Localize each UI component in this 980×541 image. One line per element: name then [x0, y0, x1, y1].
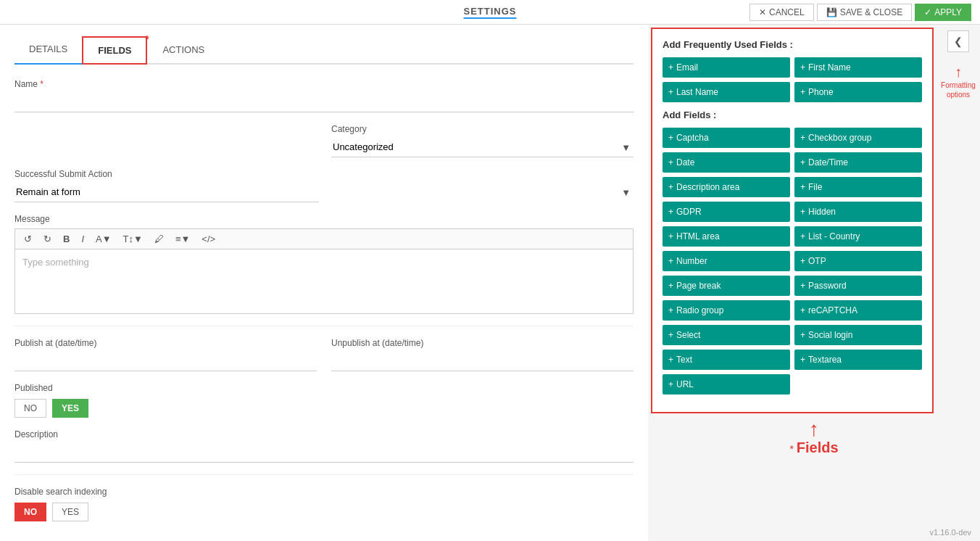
tab-fields[interactable]: FIELDS * [82, 36, 147, 65]
fields-label-row: * Fields [789, 439, 838, 456]
tab-actions[interactable]: ACTIONS [147, 36, 220, 65]
category-chevron-icon: ▼ [621, 142, 631, 153]
plus-icon: + [668, 379, 673, 389]
header-actions: ✕ CANCEL 💾 SAVE & CLOSE ✓ APPLY [749, 4, 971, 21]
plus-icon: + [668, 281, 673, 291]
search-indexing-section: Disable search indexing NO YES [14, 487, 634, 521]
divider-2 [14, 474, 634, 475]
header: SETTINGS ✕ CANCEL 💾 SAVE & CLOSE ✓ APPLY [0, 0, 980, 25]
undo-button[interactable]: ↺ [21, 232, 35, 246]
field-btn-select[interactable]: + Select [663, 325, 790, 345]
plus-icon: + [668, 305, 673, 315]
published-yes-button[interactable]: YES [52, 399, 88, 418]
plus-icon: + [668, 157, 673, 168]
description-label: Description [14, 429, 634, 439]
align-button[interactable]: ≡▼ [173, 232, 193, 246]
message-label: Message [14, 214, 634, 224]
field-btn-otp[interactable]: + OTP [794, 251, 922, 271]
font-size-button[interactable]: T↕▼ [120, 232, 146, 246]
editor-toolbar: ↺ ↻ B I A▼ T↕▼ 🖊 ≡▼ </> [14, 228, 634, 249]
field-btn-recaptcha[interactable]: + reCAPTCHA [794, 300, 922, 321]
search-indexing-toggle: NO YES [14, 503, 634, 521]
redo-button[interactable]: ↻ [41, 232, 54, 246]
publish-at-input[interactable] [14, 351, 317, 371]
right-panel: Add Frequently Used Fields : + Email + F… [651, 28, 934, 413]
left-panel: DETAILS FIELDS * ACTIONS Name * Ca [0, 25, 648, 541]
plus-icon: + [668, 182, 673, 192]
field-btn-list-country[interactable]: + List - Country [794, 226, 922, 247]
search-indexing-no-button[interactable]: NO [14, 503, 46, 521]
field-btn-captcha[interactable]: + Captcha [663, 128, 790, 148]
field-btn-lastname[interactable]: + Last Name [663, 82, 790, 102]
font-color-button[interactable]: A▼ [93, 232, 115, 246]
search-indexing-label: Disable search indexing [14, 487, 634, 497]
unpublish-at-input[interactable] [331, 351, 634, 371]
field-btn-url[interactable]: + URL [663, 374, 790, 395]
check-icon: ✓ [924, 7, 931, 17]
field-btn-datetime[interactable]: + Date/Time [794, 152, 922, 173]
submit-action-wrapper: Remain at form ▼ [14, 182, 634, 202]
field-btn-html-area[interactable]: + HTML area [663, 226, 790, 247]
text-color-button[interactable]: 🖊 [151, 232, 167, 246]
italic-button[interactable]: I [78, 232, 87, 246]
right-wrapper: Add Frequently Used Fields : + Email + F… [648, 25, 980, 541]
formatting-options-area: ↑ Formatting options [937, 64, 980, 99]
plus-icon: + [800, 87, 805, 97]
name-label: Name * [14, 79, 634, 89]
message-section: Message ↺ ↻ B I A▼ T↕▼ 🖊 ≡▼ </> Type som… [14, 214, 634, 314]
plus-icon: + [800, 182, 805, 192]
category-select-wrapper: Uncategorized ▼ [331, 137, 634, 157]
search-indexing-yes-button[interactable]: YES [52, 503, 88, 521]
published-section: Published NO YES [14, 383, 634, 418]
tab-details[interactable]: DETAILS [14, 36, 82, 65]
submit-action-chevron-icon: ▼ [621, 187, 631, 198]
field-btn-gdpr[interactable]: + GDPR [663, 202, 790, 222]
unpublish-at-col: Unpublish at (date/time) [331, 338, 634, 371]
cancel-x-icon: ✕ [759, 7, 766, 17]
version-label: v1.16.0-dev [930, 528, 971, 537]
field-btn-description-area[interactable]: + Description area [663, 177, 790, 197]
field-btn-social-login[interactable]: + Social login [794, 325, 922, 345]
formatting-sidebar: ❮ ↑ Formatting options [937, 25, 980, 416]
save-close-button[interactable]: 💾 SAVE & CLOSE [817, 4, 912, 21]
category-select[interactable]: Uncategorized [331, 137, 634, 157]
category-label: Category [331, 124, 634, 134]
description-input[interactable] [14, 442, 634, 463]
message-placeholder: Type something [22, 257, 89, 268]
field-btn-phone[interactable]: + Phone [794, 82, 922, 102]
plus-icon: + [668, 231, 673, 241]
field-btn-textarea[interactable]: + Textarea [794, 350, 922, 370]
right-top-row: Add Frequently Used Fields : + Email + F… [648, 25, 980, 416]
apply-button[interactable]: ✓ APPLY [915, 4, 971, 21]
collapse-panel-button[interactable]: ❮ [947, 30, 969, 52]
category-col: Category Uncategorized ▼ [331, 124, 634, 157]
field-btn-password[interactable]: + Password [794, 276, 922, 296]
field-btn-checkbox-group[interactable]: + Checkbox group [794, 128, 922, 148]
field-btn-radio-group[interactable]: + Radio group [663, 300, 790, 321]
cancel-button[interactable]: ✕ CANCEL [749, 4, 814, 21]
field-btn-email[interactable]: + Email [663, 57, 790, 78]
field-btn-text[interactable]: + Text [663, 350, 790, 370]
field-btn-date[interactable]: + Date [663, 152, 790, 173]
bold-button[interactable]: B [60, 232, 72, 246]
tabs: DETAILS FIELDS * ACTIONS [14, 36, 634, 65]
publish-unpublish-row: Publish at (date/time) Unpublish at (dat… [14, 338, 634, 371]
published-no-button[interactable]: NO [14, 399, 46, 418]
field-btn-firstname[interactable]: + First Name [794, 57, 922, 78]
source-button[interactable]: </> [199, 232, 218, 246]
empty-cell [794, 374, 922, 395]
plus-icon: + [800, 157, 805, 168]
published-label: Published [14, 383, 634, 393]
plus-icon: + [668, 355, 673, 365]
name-col [14, 124, 317, 157]
field-btn-file[interactable]: + File [794, 177, 922, 197]
header-title: SETTINGS [463, 6, 516, 19]
field-btn-page-break[interactable]: + Page break [663, 276, 790, 296]
submit-action-select[interactable]: Remain at form [14, 182, 319, 202]
field-btn-number[interactable]: + Number [663, 251, 790, 271]
plus-icon: + [800, 281, 805, 291]
field-btn-hidden[interactable]: + Hidden [794, 202, 922, 222]
add-fields-grid: + Captcha + Checkbox group + Date + Date… [663, 128, 922, 395]
message-editor[interactable]: Type something [14, 249, 634, 314]
name-input[interactable] [14, 92, 634, 112]
